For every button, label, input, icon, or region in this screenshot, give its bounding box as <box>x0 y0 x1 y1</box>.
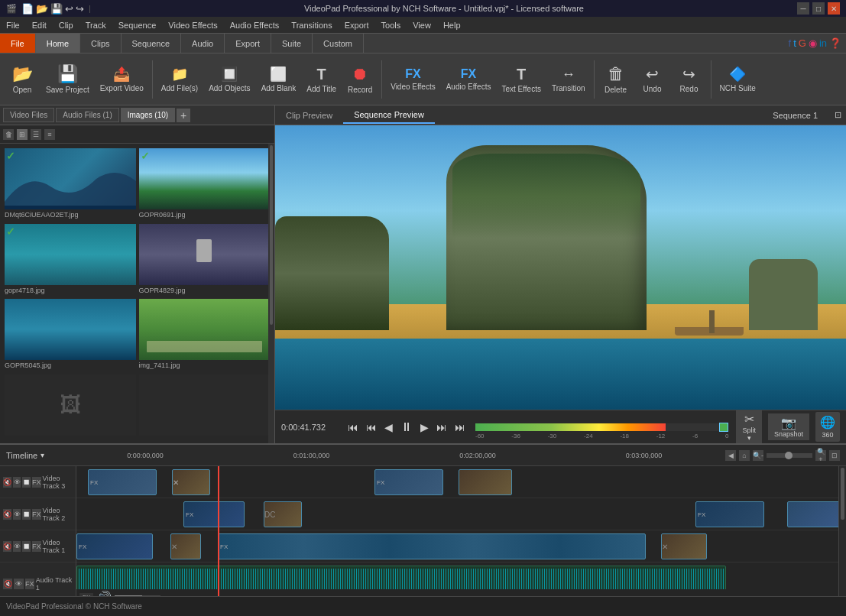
media-scrollbar[interactable] <box>268 144 274 443</box>
add-objects-button[interactable]: 🔲 Add Objects <box>204 57 254 102</box>
track-clip[interactable]: FX <box>183 501 245 527</box>
tab-file[interactable]: File <box>0 34 36 53</box>
audio-effects-button[interactable]: FX Audio Effects <box>442 57 496 102</box>
track-clip[interactable]: DC <box>264 501 302 527</box>
track-mute[interactable]: 🔇 <box>3 579 12 589</box>
tab-custom[interactable]: Custom <box>313 34 364 53</box>
track-clip[interactable] <box>787 501 838 527</box>
track-clip[interactable]: FX <box>218 533 646 559</box>
menu-tools[interactable]: Tools <box>375 19 407 31</box>
tab-sequence[interactable]: Sequence <box>122 34 182 53</box>
menu-clip[interactable]: Clip <box>53 19 79 31</box>
menu-video-effects[interactable]: Video Effects <box>162 19 223 31</box>
add-tab-button[interactable]: + <box>177 109 190 122</box>
audio-fx-button[interactable]: FX <box>79 593 93 597</box>
audio-files-tab[interactable]: Audio Files (1) <box>56 108 118 122</box>
media-delete-btn[interactable]: 🗑 <box>3 129 14 140</box>
timeline-scroll-left[interactable]: ◀ <box>725 450 736 461</box>
track-lock[interactable]: 🔲 <box>22 541 31 552</box>
close-button[interactable]: ✕ <box>828 2 840 15</box>
track-solo[interactable]: 👁 <box>13 509 21 520</box>
track-solo[interactable]: 👁 <box>13 477 21 488</box>
video-files-tab[interactable]: Video Files <box>3 108 54 122</box>
undo-icon[interactable]: ↩ <box>65 3 73 15</box>
media-list-btn[interactable]: ☰ <box>31 129 41 140</box>
maximize-button[interactable]: □ <box>812 2 825 15</box>
menu-view[interactable]: View <box>407 19 437 31</box>
go-end-button[interactable]: ⏭ <box>452 420 468 435</box>
add-title-button[interactable]: T Add Title <box>302 57 341 102</box>
media-item[interactable]: ✓ gopr4718.jpg <box>5 224 136 297</box>
preview-maximize-button[interactable]: ⊡ <box>830 109 846 122</box>
go-start-button[interactable]: ⏮ <box>345 420 361 435</box>
timeline-scroll-home[interactable]: ⌂ <box>739 450 750 461</box>
menu-edit[interactable]: Edit <box>26 19 53 31</box>
track-solo[interactable]: 👁 <box>14 579 23 589</box>
record-button[interactable]: ⏺ Record <box>342 57 378 102</box>
images-tab[interactable]: Images (10) <box>121 108 175 122</box>
clip-preview-tab[interactable]: Clip Preview <box>275 108 343 123</box>
timeline-zoom-out[interactable]: 🔍- <box>753 450 763 461</box>
open-button[interactable]: 📂 Open <box>5 57 40 102</box>
delete-button[interactable]: 🗑 Delete <box>598 57 634 102</box>
track-solo[interactable]: 👁 <box>13 541 21 552</box>
track-clip[interactable]: FX <box>374 469 443 495</box>
nch-suite-button[interactable]: 🔷 NCH Suite <box>715 57 760 102</box>
prev-frame-button[interactable]: ⏮ <box>364 420 379 435</box>
media-item[interactable] <box>139 374 271 439</box>
video-effects-button[interactable]: FX Video Effects <box>386 57 440 102</box>
btn-360[interactable]: 🌐 360 <box>815 412 840 442</box>
text-effects-button[interactable]: T Text Effects <box>497 57 546 102</box>
track-mute[interactable]: 🔇 <box>3 477 11 488</box>
save-icon[interactable]: 💾 <box>50 3 63 15</box>
menu-sequence[interactable]: Sequence <box>112 19 163 31</box>
redo-button[interactable]: ↪ Redo <box>672 57 707 102</box>
menu-transitions[interactable]: Transitions <box>285 19 338 31</box>
tab-suite[interactable]: Suite <box>271 34 313 53</box>
track-clip[interactable]: ✕ <box>172 469 210 495</box>
media-item[interactable]: 🖼 <box>5 374 136 439</box>
minimize-button[interactable]: ─ <box>797 2 809 15</box>
tab-export[interactable]: Export <box>225 34 271 53</box>
media-item[interactable]: ✓ DMqt6CiUEAAO2ET.jpg <box>5 148 136 221</box>
track-clip[interactable] <box>459 469 512 495</box>
menu-file[interactable]: File <box>0 19 26 31</box>
media-item[interactable]: GOPR5045.jpg <box>5 299 136 371</box>
undo-button[interactable]: ↩ Undo <box>635 57 670 102</box>
save-project-button[interactable]: 💾 Save Project <box>41 57 94 102</box>
menu-help[interactable]: Help <box>437 19 467 31</box>
track-clip[interactable]: FX <box>695 501 764 527</box>
sequence-preview-tab[interactable]: Sequence Preview <box>343 107 435 124</box>
media-item[interactable]: img_7411.jpg <box>139 299 271 371</box>
split-button[interactable]: ✂ Split ▾ <box>736 410 762 444</box>
snapshot-button[interactable]: 📷 Snapshot <box>768 413 809 440</box>
timeline-cursor[interactable] <box>218 466 219 596</box>
track-clip[interactable]: FX <box>76 533 153 559</box>
tab-audio[interactable]: Audio <box>181 34 225 53</box>
media-item[interactable]: GOPR4829.jpg <box>139 224 271 297</box>
add-blank-button[interactable]: ⬜ Add Blank <box>257 57 301 102</box>
track-lock[interactable]: 🔲 <box>22 477 31 488</box>
tab-clips[interactable]: Clips <box>80 34 121 53</box>
next-frame-button[interactable]: ⏭ <box>434 420 449 435</box>
open-icon[interactable]: 📂 <box>36 3 48 15</box>
redo-icon[interactable]: ↪ <box>76 3 84 15</box>
menu-track[interactable]: Track <box>79 19 112 31</box>
export-video-button[interactable]: 📤 Export Video <box>96 57 148 102</box>
transition-button[interactable]: ↔ Transition <box>547 57 590 102</box>
track-fx[interactable]: FX <box>32 509 41 520</box>
track-fx[interactable]: FX <box>32 541 41 552</box>
media-item[interactable]: ✓ GOPR0691.jpg <box>139 148 271 221</box>
add-files-button[interactable]: 📁 Add File(s) <box>157 57 203 102</box>
new-icon[interactable]: 📄 <box>21 3 34 15</box>
track-mute[interactable]: 🔇 <box>3 541 11 552</box>
forward-button[interactable]: ▶ <box>418 420 431 435</box>
track-mute[interactable]: 🔇 <box>3 509 11 520</box>
rewind-button[interactable]: ◀ <box>382 420 395 435</box>
menu-export[interactable]: Export <box>339 19 375 31</box>
track-clip[interactable]: ✕ <box>661 533 707 559</box>
timeline-zoom-in[interactable]: 🔍+ <box>815 450 826 461</box>
timeline-vertical-scrollbar[interactable] <box>838 466 846 596</box>
track-lock[interactable]: 🔲 <box>22 509 31 520</box>
track-fx[interactable]: FX <box>25 579 34 589</box>
